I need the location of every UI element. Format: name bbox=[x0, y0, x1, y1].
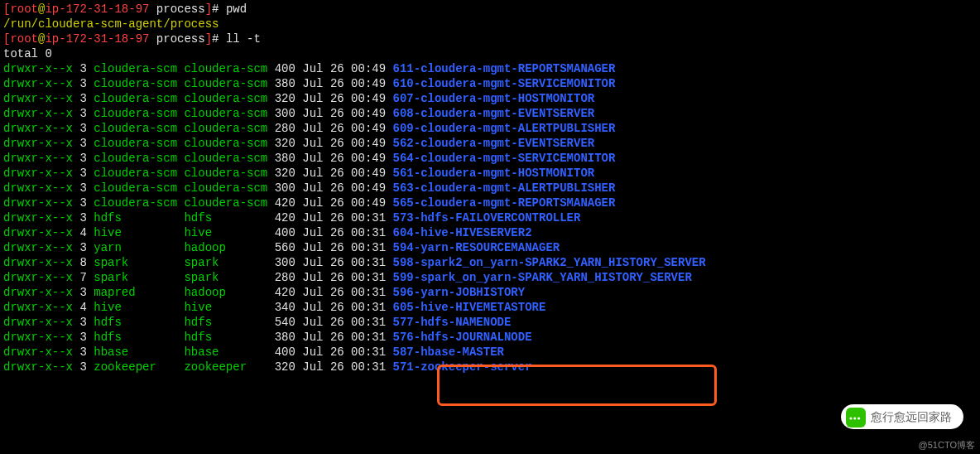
dir-name: 610-cloudera-mgmt-SERVICEMONITOR bbox=[393, 77, 616, 90]
link-count: 3 bbox=[79, 241, 86, 254]
date: Jul 26 00:49 bbox=[302, 107, 386, 120]
date: Jul 26 00:31 bbox=[302, 286, 386, 299]
wechat-label: 愈行愈远回家路 bbox=[871, 409, 952, 424]
prompt-bracket: ] bbox=[205, 32, 212, 46]
date: Jul 26 00:31 bbox=[302, 256, 386, 269]
permissions: drwxr-x--x bbox=[3, 286, 73, 299]
size: 380 bbox=[275, 152, 295, 165]
dir-name: 599-spark_on_yarn-SPARK_YARN_HISTORY_SER… bbox=[393, 271, 692, 284]
owner-group: cloudera-scm cloudera-scm bbox=[94, 181, 267, 195]
date: Jul 26 00:49 bbox=[302, 122, 386, 135]
permissions: drwxr-x--x bbox=[3, 122, 73, 135]
owner-group: cloudera-scm cloudera-scm bbox=[94, 167, 267, 180]
dir-name: 573-hdfs-FAILOVERCONTROLLER bbox=[393, 211, 581, 225]
permissions: drwxr-x--x bbox=[3, 316, 73, 329]
dir-name: 607-cloudera-mgmt-HOSTMONITOR bbox=[393, 92, 595, 105]
permissions: drwxr-x--x bbox=[3, 331, 73, 344]
date: Jul 26 00:31 bbox=[302, 360, 386, 374]
link-count: 3 bbox=[79, 137, 86, 150]
permissions: drwxr-x--x bbox=[3, 77, 73, 90]
permissions: drwxr-x--x bbox=[3, 226, 73, 239]
link-count: 4 bbox=[79, 226, 86, 239]
size: 280 bbox=[275, 122, 295, 135]
list-row: drwxr-x--x 3 hbase hbase 400 Jul 26 00:3… bbox=[3, 345, 977, 360]
link-count: 3 bbox=[79, 345, 86, 359]
list-row: drwxr-x--x 3 cloudera-scm cloudera-scm 4… bbox=[3, 196, 977, 210]
owner-group: cloudera-scm cloudera-scm bbox=[94, 92, 267, 105]
owner-group: cloudera-scm cloudera-scm bbox=[94, 107, 267, 120]
list-row: drwxr-x--x 3 hdfs hdfs 380 Jul 26 00:31 … bbox=[3, 330, 977, 345]
permissions: drwxr-x--x bbox=[3, 167, 73, 180]
dir-name: 561-cloudera-mgmt-HOSTMONITOR bbox=[393, 167, 595, 180]
dir-name: 562-cloudera-mgmt-EVENTSERVER bbox=[393, 137, 595, 150]
dir-name: 605-hive-HIVEMETASTORE bbox=[393, 301, 546, 314]
size: 300 bbox=[275, 181, 295, 195]
date: Jul 26 00:49 bbox=[302, 77, 386, 90]
date: Jul 26 00:49 bbox=[302, 196, 386, 210]
size: 400 bbox=[275, 345, 295, 359]
permissions: drwxr-x--x bbox=[3, 107, 73, 120]
dir-name: 604-hive-HIVESERVER2 bbox=[393, 226, 532, 239]
date: Jul 26 00:31 bbox=[302, 316, 386, 329]
link-count: 3 bbox=[79, 167, 86, 180]
terminal[interactable]: [root@ip-172-31-18-97 process]# pwd/run/… bbox=[0, 0, 980, 376]
link-count: 3 bbox=[79, 122, 86, 135]
list-row: drwxr-x--x 3 zookeeper zookeeper 320 Jul… bbox=[3, 360, 977, 374]
list-row: drwxr-x--x 3 cloudera-scm cloudera-scm 3… bbox=[3, 181, 977, 196]
list-row: drwxr-x--x 3 cloudera-scm cloudera-scm 3… bbox=[3, 151, 977, 166]
date: Jul 26 00:49 bbox=[302, 137, 386, 150]
list-row: drwxr-x--x 3 cloudera-scm cloudera-scm 2… bbox=[3, 121, 977, 136]
date: Jul 26 00:49 bbox=[302, 181, 386, 195]
prompt-user: root bbox=[10, 2, 38, 16]
list-row: drwxr-x--x 3 cloudera-scm cloudera-scm 3… bbox=[3, 166, 977, 181]
prompt-symbol: # bbox=[212, 2, 226, 16]
list-row: drwxr-x--x 3 cloudera-scm cloudera-scm 3… bbox=[3, 136, 977, 151]
owner-group: cloudera-scm cloudera-scm bbox=[94, 137, 267, 150]
owner-group: cloudera-scm cloudera-scm bbox=[94, 152, 267, 165]
prompt-host: ip-172-31-18-97 bbox=[45, 32, 149, 46]
link-count: 3 bbox=[79, 360, 86, 374]
list-row: drwxr-x--x 3 mapred hadoop 420 Jul 26 00… bbox=[3, 285, 977, 300]
command-text: pwd bbox=[226, 2, 247, 16]
prompt-user: root bbox=[10, 32, 38, 46]
pwd-output: /run/cloudera-scm-agent/process bbox=[3, 17, 219, 31]
size: 320 bbox=[275, 92, 295, 105]
link-count: 3 bbox=[79, 316, 86, 329]
dir-name: 596-yarn-JOBHISTORY bbox=[393, 286, 526, 299]
owner-group: yarn hadoop bbox=[94, 241, 267, 254]
list-row: drwxr-x--x 3 hdfs hdfs 420 Jul 26 00:31 … bbox=[3, 210, 977, 225]
size: 400 bbox=[275, 226, 295, 239]
date: Jul 26 00:31 bbox=[302, 211, 386, 225]
owner-group: spark spark bbox=[94, 256, 267, 269]
date: Jul 26 00:49 bbox=[302, 62, 386, 75]
command-text: ll -t bbox=[226, 32, 261, 46]
permissions: drwxr-x--x bbox=[3, 360, 73, 374]
size: 300 bbox=[275, 256, 295, 269]
permissions: drwxr-x--x bbox=[3, 92, 73, 105]
date: Jul 26 00:31 bbox=[302, 345, 386, 359]
prompt-host: ip-172-31-18-97 bbox=[45, 2, 149, 16]
link-count: 3 bbox=[79, 196, 86, 210]
list-row: drwxr-x--x 3 cloudera-scm cloudera-scm 4… bbox=[3, 61, 977, 76]
size: 320 bbox=[275, 360, 295, 374]
list-row: drwxr-x--x 3 cloudera-scm cloudera-scm 3… bbox=[3, 91, 977, 106]
size: 300 bbox=[275, 107, 295, 120]
link-count: 3 bbox=[79, 62, 86, 75]
date: Jul 26 00:31 bbox=[302, 226, 386, 239]
list-row: drwxr-x--x 4 hive hive 340 Jul 26 00:31 … bbox=[3, 300, 977, 315]
link-count: 3 bbox=[79, 152, 86, 165]
dir-name: 587-hbase-MASTER bbox=[393, 345, 504, 359]
date: Jul 26 00:49 bbox=[302, 92, 386, 105]
dir-name: 563-cloudera-mgmt-ALERTPUBLISHER bbox=[393, 181, 616, 195]
list-row: drwxr-x--x 3 hdfs hdfs 540 Jul 26 00:31 … bbox=[3, 315, 977, 330]
size: 280 bbox=[275, 271, 295, 284]
owner-group: spark spark bbox=[94, 271, 267, 284]
dir-name: 571-zookeeper-server bbox=[393, 360, 532, 374]
date: Jul 26 00:31 bbox=[302, 271, 386, 284]
permissions: drwxr-x--x bbox=[3, 256, 73, 269]
dir-name: 565-cloudera-mgmt-REPORTSMANAGER bbox=[393, 196, 616, 210]
link-count: 3 bbox=[79, 331, 86, 344]
link-count: 8 bbox=[79, 256, 86, 269]
watermark: @51CTO博客 bbox=[919, 437, 975, 452]
list-row: drwxr-x--x 8 spark spark 300 Jul 26 00:3… bbox=[3, 255, 977, 270]
